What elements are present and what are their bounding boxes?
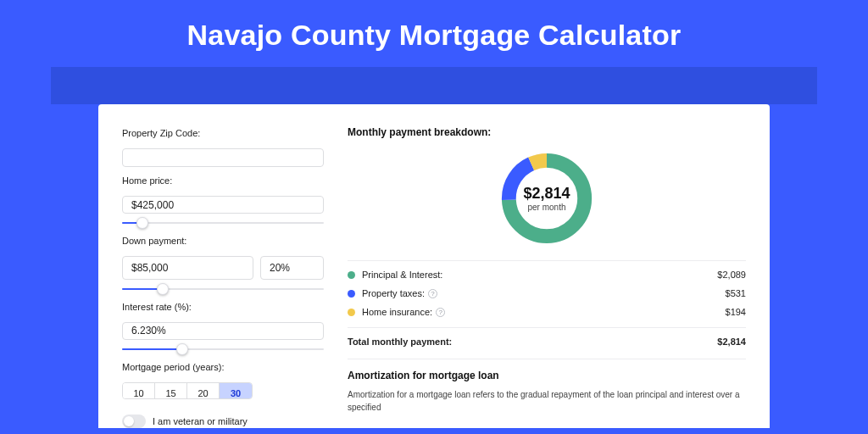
- donut-center: $2,814 per month: [497, 148, 597, 248]
- page-title: Navajo County Mortgage Calculator: [0, 0, 868, 67]
- home-price-slider[interactable]: [122, 219, 324, 225]
- donut-value: $2,814: [523, 185, 570, 203]
- legend-total-row: Total monthly payment:$2,814: [348, 327, 746, 347]
- rate-label: Interest rate (%):: [122, 302, 324, 312]
- total-label: Total monthly payment:: [348, 337, 452, 347]
- period-selector: 10152030: [122, 382, 253, 399]
- info-icon[interactable]: ?: [436, 308, 445, 317]
- slider-fill: [122, 348, 182, 350]
- donut-container: $2,814 per month: [348, 145, 746, 260]
- legend-name: Principal & Interest:: [362, 270, 442, 280]
- legend-dot-icon: [348, 290, 355, 298]
- veteran-toggle[interactable]: [122, 415, 146, 428]
- calculator-card: Property Zip Code: Home price: Down paym…: [98, 104, 770, 428]
- down-payment-label: Down payment:: [122, 236, 324, 246]
- legend-amount: $194: [726, 307, 746, 317]
- period-option-10[interactable]: 10: [123, 383, 155, 399]
- header-band: [51, 67, 817, 104]
- period-option-30[interactable]: 30: [220, 383, 252, 399]
- veteran-row: I am veteran or military: [122, 415, 324, 428]
- down-payment-slider[interactable]: [122, 285, 324, 292]
- home-price-label: Home price:: [122, 175, 324, 186]
- home-price-input[interactable]: [122, 196, 324, 214]
- down-payment-input[interactable]: [122, 256, 253, 280]
- legend-amount: $2,089: [717, 270, 746, 280]
- veteran-label: I am veteran or military: [153, 416, 248, 426]
- period-label: Mortgage period (years):: [122, 362, 324, 372]
- rate-slider[interactable]: [122, 345, 324, 352]
- legend-dot-icon: [348, 309, 355, 316]
- slider-thumb[interactable]: [176, 343, 188, 355]
- legend-dot-icon: [348, 271, 355, 279]
- rate-input[interactable]: [122, 322, 324, 341]
- donut-sublabel: per month: [527, 203, 565, 212]
- legend: Principal & Interest:$2,089Property taxe…: [348, 260, 746, 347]
- legend-amount: $531: [726, 288, 746, 298]
- amortization-text: Amortization for a mortgage loan refers …: [348, 388, 746, 414]
- legend-name: Home insurance:: [362, 307, 432, 317]
- breakdown-panel: Monthly payment breakdown: $2,814 per mo…: [348, 126, 746, 428]
- amortization-title: Amortization for mortgage loan: [348, 370, 746, 381]
- zip-input[interactable]: [122, 148, 324, 167]
- donut-chart: $2,814 per month: [497, 148, 597, 248]
- legend-name: Property taxes:: [362, 288, 425, 298]
- down-payment-pct-input[interactable]: [260, 256, 324, 280]
- breakdown-title: Monthly payment breakdown:: [348, 126, 746, 138]
- total-amount: $2,814: [717, 337, 746, 347]
- form-panel: Property Zip Code: Home price: Down paym…: [122, 126, 324, 428]
- amortization-section: Amortization for mortgage loan Amortizat…: [348, 359, 746, 414]
- legend-row: Principal & Interest:$2,089: [348, 270, 746, 280]
- slider-thumb[interactable]: [136, 217, 148, 229]
- period-option-15[interactable]: 15: [155, 383, 187, 399]
- slider-thumb[interactable]: [157, 283, 169, 295]
- info-icon[interactable]: ?: [428, 289, 437, 298]
- legend-row: Home insurance:?$194: [348, 307, 746, 317]
- legend-row: Property taxes:?$531: [348, 288, 746, 298]
- period-option-20[interactable]: 20: [187, 383, 220, 399]
- slider-track: [122, 222, 324, 224]
- zip-label: Property Zip Code:: [122, 128, 324, 138]
